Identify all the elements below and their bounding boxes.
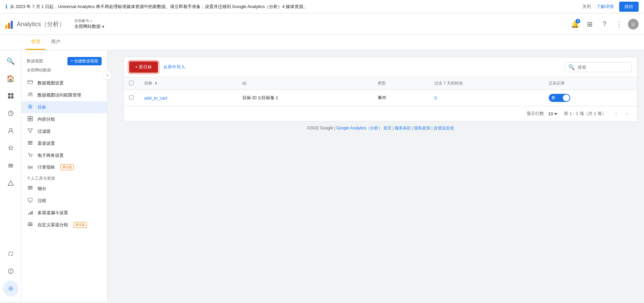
account-chevron-icon: ▾: [102, 24, 104, 29]
audience-icon-btn[interactable]: [3, 123, 19, 139]
svg-rect-20: [31, 116, 33, 118]
dashboard-icon-btn[interactable]: [3, 88, 19, 104]
select-all-checkbox[interactable]: [129, 81, 133, 85]
svg-rect-14: [28, 80, 33, 84]
goals-table: 目标 ⬇ ID 类型 过去 7 天的转化 正在记录: [124, 77, 637, 106]
tab-manage[interactable]: 管理: [25, 35, 46, 50]
header-right: 🔔 3 ⊞ ? ⋮ U: [569, 18, 639, 30]
apps-grid-button[interactable]: ⊞: [584, 18, 596, 30]
personal-section-title: 个人工具与资源: [21, 173, 107, 183]
admin-icon-btn[interactable]: [3, 281, 19, 297]
sidebar-item-channel-settings[interactable]: 渠道设置: [21, 137, 107, 149]
account-name[interactable]: 全部网站数据 ▾: [74, 23, 104, 29]
footer-link-feedback[interactable]: 反馈送反馈: [434, 126, 454, 130]
account-label: 所有帐号 >: [74, 18, 104, 23]
svg-point-27: [30, 156, 30, 157]
alerts-icon-btn[interactable]: [3, 263, 19, 279]
row-checkbox-cell: [124, 90, 139, 106]
banner-close-button[interactable]: 关闭: [582, 4, 591, 10]
row-checkbox[interactable]: [129, 95, 133, 100]
realtime-icon-btn[interactable]: [3, 105, 19, 121]
svg-marker-18: [28, 105, 32, 108]
sidebar-item-content-group[interactable]: 内容分组: [21, 113, 107, 125]
rows-per-page-select[interactable]: 10 25 50: [547, 111, 558, 117]
svg-point-13: [10, 288, 12, 290]
top-banner: ℹ 从 2023 年 7 月 1 日起，Universal Analytics …: [0, 0, 644, 13]
recording-cell: 开: [543, 90, 637, 106]
copyright: ©2022 Google: [307, 126, 333, 130]
sidebar-item-ecommerce[interactable]: 电子商务设置: [21, 149, 107, 162]
goals-toolbar: + 新目标 从库中导入 🔍: [124, 57, 637, 77]
sidebar-item-segments[interactable]: 细分: [21, 183, 107, 195]
sidebar-item-filters[interactable]: 过滤器: [21, 125, 107, 137]
view-section-header: 数据视图 + 创建数据视图: [21, 56, 107, 67]
svg-rect-37: [28, 224, 33, 225]
sharing-icon-btn[interactable]: [3, 246, 19, 262]
banner-switch-button[interactable]: 跳转: [619, 2, 639, 12]
annotations-icon: [27, 197, 34, 204]
new-goal-button[interactable]: + 新目标: [129, 61, 158, 73]
behavior-icon-btn[interactable]: [3, 158, 19, 174]
toggle-knob: [563, 95, 570, 101]
sidebar-item-goals[interactable]: 目标: [21, 101, 107, 113]
import-button[interactable]: 从库中导入: [161, 62, 188, 72]
acquisition-icon-btn[interactable]: [3, 140, 19, 156]
content-area: + 新目标 从库中导入 🔍 目标 ⬇: [117, 50, 644, 302]
channel-settings-icon: [27, 140, 34, 147]
conversions-icon-btn[interactable]: [3, 175, 19, 191]
help-button[interactable]: ?: [598, 18, 610, 30]
metrics-icon: Dd: [27, 165, 34, 169]
svg-rect-6: [8, 164, 13, 165]
svg-marker-23: [28, 129, 33, 133]
tab-user[interactable]: 用户: [46, 35, 66, 50]
sidebar-item-label: 内容分组: [38, 116, 55, 122]
banner-learn-button[interactable]: 了解详情: [596, 4, 614, 10]
footer-link-terms[interactable]: 服务条款: [395, 126, 411, 130]
sidebar-item-annotations[interactable]: 注程: [21, 195, 107, 207]
svg-rect-2: [8, 96, 10, 99]
sidebar-item-metrics[interactable]: Dd 计算指标 测试版: [21, 162, 107, 173]
banner-left: ℹ 从 2023 年 7 月 1 日起，Universal Analytics …: [5, 3, 308, 10]
svg-rect-33: [28, 214, 29, 215]
svg-rect-25: [28, 142, 33, 143]
recording-toggle[interactable]: 开: [549, 94, 570, 102]
footer-link-privacy[interactable]: 隐私政策: [414, 126, 430, 130]
sidebar-item-user-management[interactable]: 数据视图访问权限管理: [21, 89, 107, 101]
more-options-button[interactable]: ⋮: [613, 18, 625, 30]
prev-page-button[interactable]: ‹: [611, 109, 621, 118]
search-box: 🔍: [565, 62, 632, 72]
svg-rect-32: [28, 198, 32, 201]
goal-name-cell: add_to_cart: [139, 90, 237, 106]
content-group-icon: [27, 116, 34, 123]
sidebar-item-label: 细分: [38, 186, 46, 192]
sidebar-item-custom-channel[interactable]: 自定义渠道分组 测试版: [21, 219, 107, 231]
logo-bar-2: [8, 23, 10, 29]
avatar[interactable]: U: [628, 19, 639, 29]
recording-header: 正在记录: [543, 77, 637, 90]
sort-icon: ⬇: [155, 81, 157, 85]
info-icon: ℹ: [5, 3, 7, 10]
pagination-nav: ‹ ›: [611, 109, 632, 118]
goal-link[interactable]: add_to_cart: [144, 96, 167, 101]
custom-channel-beta-badge: 测试版: [73, 222, 87, 228]
sidebar-item-view-settings[interactable]: 数据视图设置: [21, 77, 107, 89]
view-section: 数据视图 + 创建数据视图 全部网站数据: [21, 53, 107, 77]
svg-marker-9: [8, 181, 13, 185]
search-icon-btn[interactable]: 🔍: [3, 53, 19, 69]
goal-id-cell: 目标 ID 1/目标集 1: [237, 90, 373, 106]
footer-link-home[interactable]: 首页: [383, 126, 391, 130]
svg-point-17: [31, 93, 32, 94]
notifications-button[interactable]: 🔔 3: [569, 18, 581, 30]
collapse-sidebar-button[interactable]: ‹: [103, 70, 112, 80]
logo-icon: [5, 19, 13, 29]
app-title: Analytics（分析）: [17, 20, 65, 28]
home-icon-btn[interactable]: 🏠: [3, 70, 19, 86]
search-input[interactable]: [578, 65, 628, 70]
footer-link-analytics[interactable]: Google Analytics（分析）: [336, 126, 382, 130]
create-view-button[interactable]: + 创建数据视图: [67, 57, 102, 65]
ecommerce-icon: [27, 152, 34, 159]
sidebar-item-multi-funnel[interactable]: 多渠道漏斗设置: [21, 207, 107, 219]
search-icon: 🔍: [568, 64, 575, 70]
sidebar-item-label: 自定义渠道分组: [38, 222, 68, 228]
next-page-button[interactable]: ›: [622, 109, 632, 118]
